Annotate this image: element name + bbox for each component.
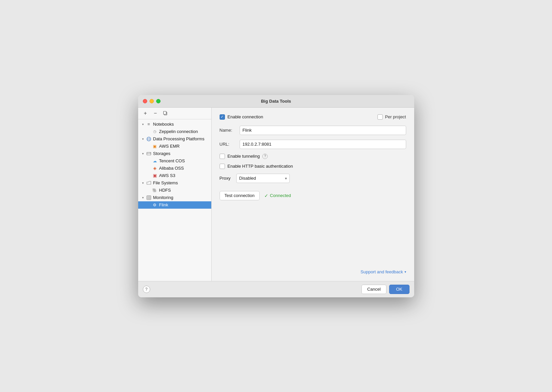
remove-button[interactable]: − bbox=[152, 110, 160, 117]
filesystems-icon bbox=[146, 180, 152, 186]
main-content: + − ≡ Notebooks bbox=[138, 108, 414, 281]
per-project-label: Per project bbox=[385, 114, 406, 119]
tree-item-flink[interactable]: ⚙ Flink bbox=[138, 201, 211, 209]
tree-label-storages: Storages bbox=[153, 151, 171, 156]
help-button[interactable]: ? bbox=[143, 286, 150, 293]
maximize-button[interactable] bbox=[156, 99, 161, 103]
right-panel: ✓ Enable connection Per project Name: UR… bbox=[212, 108, 414, 281]
tree-label-alibaba: Alibaba OSS bbox=[159, 166, 184, 171]
titlebar: Big Data Tools bbox=[138, 95, 414, 108]
right-bottom: Support and feedback ▾ bbox=[220, 200, 406, 276]
tree-item-aws-s3[interactable]: ▣ AWS S3 bbox=[138, 172, 211, 179]
tunneling-label: Enable tunneling bbox=[228, 154, 260, 159]
flink-icon: ⚙ bbox=[152, 202, 158, 208]
cancel-button[interactable]: Cancel bbox=[361, 285, 386, 294]
tree-label-aws-s3: AWS S3 bbox=[159, 173, 176, 178]
tree-item-tencent[interactable]: ☁ Tencent COS bbox=[138, 157, 211, 165]
url-input[interactable] bbox=[240, 140, 406, 149]
tree-label-flink: Flink bbox=[159, 202, 168, 207]
main-window: Big Data Tools + − ≡ Notebo bbox=[138, 95, 414, 297]
chevron-storages bbox=[141, 151, 146, 156]
support-feedback-link[interactable]: Support and feedback ▾ bbox=[360, 269, 406, 274]
bottom-bar: ? Cancel OK bbox=[138, 281, 414, 297]
http-auth-label: Enable HTTP basic authentication bbox=[228, 164, 293, 169]
tunneling-row: Enable tunneling ? bbox=[220, 154, 406, 159]
data-processing-icon bbox=[146, 136, 152, 142]
url-label: URL: bbox=[220, 142, 240, 147]
traffic-lights bbox=[143, 99, 161, 103]
notebooks-icon: ≡ bbox=[146, 122, 152, 127]
add-button[interactable]: + bbox=[142, 110, 150, 117]
proxy-label: Proxy bbox=[220, 176, 233, 181]
hdfs-icon: 🐘 bbox=[152, 188, 158, 193]
toolbar: + − bbox=[138, 108, 211, 119]
tree-label-zeppelin: Zeppelin connection bbox=[159, 129, 198, 134]
storages-icon bbox=[146, 151, 152, 156]
action-buttons: Cancel OK bbox=[361, 285, 409, 294]
test-connection-button[interactable]: Test connection bbox=[220, 191, 260, 200]
aws-emr-icon: ▣ bbox=[152, 144, 158, 149]
tree-label-hdfs: HDFS bbox=[159, 188, 171, 193]
svg-rect-7 bbox=[147, 196, 151, 200]
chevron-monitoring bbox=[141, 195, 146, 200]
per-project-checkbox[interactable] bbox=[377, 114, 383, 120]
tree-item-filesystems[interactable]: File Systems bbox=[138, 179, 211, 187]
tree-item-alibaba[interactable]: ◈ Alibaba OSS bbox=[138, 165, 211, 172]
tree-item-hdfs[interactable]: 🐘 HDFS bbox=[138, 187, 211, 194]
name-input[interactable] bbox=[240, 126, 406, 135]
proxy-select-wrapper: Disabled System Manual bbox=[236, 174, 290, 183]
tree-item-zeppelin[interactable]: ◷ Zeppelin connection bbox=[138, 128, 211, 135]
name-row: Name: bbox=[220, 126, 406, 135]
tree-item-aws-emr[interactable]: ▣ AWS EMR bbox=[138, 143, 211, 150]
tree-item-monitoring[interactable]: Monitoring bbox=[138, 194, 211, 201]
per-project-row: Per project bbox=[377, 114, 406, 120]
tree-label-data-processing: Data Processing Platforms bbox=[153, 136, 205, 141]
svg-rect-1 bbox=[164, 111, 166, 114]
tree-label-filesystems: File Systems bbox=[153, 180, 178, 185]
tree-label-notebooks: Notebooks bbox=[153, 122, 174, 127]
enable-row: ✓ Enable connection Per project bbox=[220, 114, 406, 120]
support-feedback-label: Support and feedback bbox=[360, 269, 403, 274]
close-button[interactable] bbox=[143, 99, 147, 103]
svg-point-6 bbox=[150, 152, 150, 153]
support-feedback-row: Support and feedback ▾ bbox=[220, 269, 406, 274]
chevron-notebooks bbox=[141, 122, 146, 127]
minimize-button[interactable] bbox=[150, 99, 154, 103]
http-auth-row: Enable HTTP basic authentication bbox=[220, 164, 406, 169]
aws-s3-icon: ▣ bbox=[152, 173, 158, 178]
tree-item-notebooks[interactable]: ≡ Notebooks bbox=[138, 121, 211, 128]
tencent-icon: ☁ bbox=[152, 158, 158, 164]
tree-label-monitoring: Monitoring bbox=[153, 195, 174, 200]
tunneling-checkbox[interactable] bbox=[220, 154, 225, 159]
connected-checkmark-icon: ✓ bbox=[264, 193, 268, 198]
chevron-filesystems bbox=[141, 181, 146, 185]
tree: ≡ Notebooks ◷ Zeppelin connection bbox=[138, 119, 211, 281]
enable-connection-checkbox[interactable]: ✓ bbox=[220, 114, 225, 120]
tree-label-aws-emr: AWS EMR bbox=[159, 144, 180, 149]
tree-item-storages[interactable]: Storages bbox=[138, 150, 211, 157]
connected-label: Connected bbox=[270, 193, 291, 198]
window-title: Big Data Tools bbox=[261, 99, 291, 104]
enable-connection-label: Enable connection bbox=[228, 114, 263, 119]
zeppelin-icon: ◷ bbox=[152, 129, 158, 134]
proxy-select[interactable]: Disabled System Manual bbox=[236, 174, 290, 183]
copy-button[interactable] bbox=[162, 110, 170, 117]
enable-left: ✓ Enable connection bbox=[220, 114, 263, 120]
monitoring-icon bbox=[146, 195, 152, 200]
url-row: URL: bbox=[220, 140, 406, 149]
http-auth-checkbox[interactable] bbox=[220, 164, 225, 169]
chevron-data-processing bbox=[141, 137, 146, 141]
name-label: Name: bbox=[220, 128, 240, 133]
ok-button[interactable]: OK bbox=[389, 285, 409, 294]
proxy-row: Proxy Disabled System Manual bbox=[220, 174, 406, 183]
tree-label-tencent: Tencent COS bbox=[159, 158, 185, 163]
tunneling-help-icon[interactable]: ? bbox=[262, 154, 268, 159]
support-chevron-icon: ▾ bbox=[404, 270, 406, 274]
connected-status: ✓ Connected bbox=[264, 193, 291, 198]
tree-item-data-processing[interactable]: Data Processing Platforms bbox=[138, 135, 211, 143]
left-panel: + − ≡ Notebooks bbox=[138, 108, 212, 281]
alibaba-icon: ◈ bbox=[152, 166, 158, 171]
test-row: Test connection ✓ Connected bbox=[220, 191, 406, 200]
